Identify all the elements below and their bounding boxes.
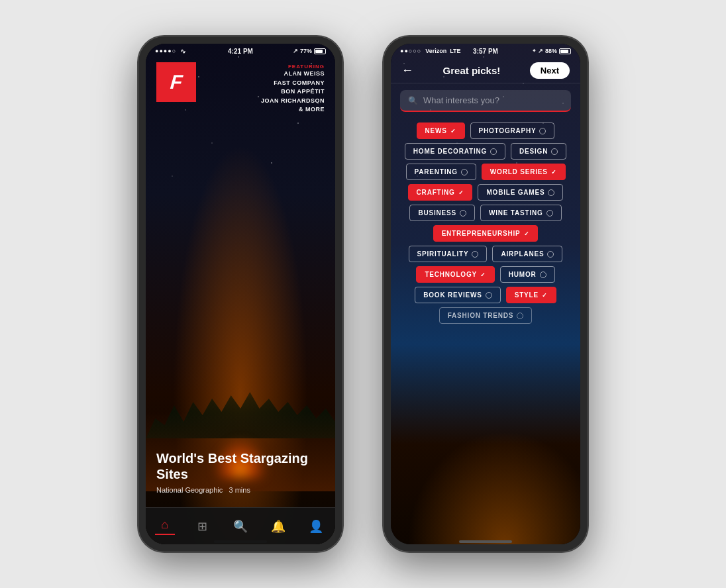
tag-fashion-trends-circle: [517, 313, 523, 319]
phone-2-screen: ●●○○○ Verizon LTE 3:57 PM ⌖ ↗ 88%: [391, 44, 580, 544]
tags-row-8: TECHNOLOGY ✓ HUMOR: [416, 266, 554, 283]
tag-crafting-label: CRAFTING: [417, 189, 455, 196]
location-icon: ⌖: [533, 48, 536, 54]
tag-design-circle: [551, 148, 558, 155]
tags-row-3: PARENTING WORLD SERIES ✓: [406, 164, 566, 180]
tag-mobile-games-label: MOBILE GAMES: [486, 189, 544, 196]
tag-airplanes-label: AIRPLANES: [501, 250, 544, 258]
tag-technology[interactable]: TECHNOLOGY ✓: [416, 266, 494, 283]
tag-business[interactable]: BUSINESS: [409, 205, 475, 221]
tag-style[interactable]: STYLE ✓: [506, 287, 556, 303]
tag-parenting-circle: [461, 169, 468, 175]
battery-icon: [314, 48, 326, 54]
bell-icon: 🔔: [271, 519, 285, 534]
tag-fashion-trends[interactable]: FASHION TRENDS: [439, 307, 533, 324]
tag-style-label: STYLE: [515, 291, 539, 299]
tags-row-9: BOOK REVIEWS STYLE ✓: [415, 287, 556, 303]
tag-airplanes[interactable]: AIRPLANES: [492, 246, 562, 262]
tags-row-10: FASHION TRENDS: [439, 307, 533, 324]
network-label: LTE: [450, 48, 460, 54]
tag-humor-circle: [540, 271, 546, 278]
tag-book-reviews[interactable]: BOOK REVIEWS: [415, 287, 501, 303]
article-meta: National Geographic 3 mins: [156, 486, 325, 494]
featuring-label: FEATURING: [261, 64, 325, 70]
tag-wine-tasting[interactable]: WINE TASTING: [480, 205, 562, 221]
tag-book-reviews-label: BOOK REVIEWS: [423, 291, 482, 299]
status-left-2: ●●○○○ Verizon LTE: [400, 48, 461, 54]
tags-row-7: SPIRITUALITY AIRPLANES: [409, 246, 563, 262]
tags-row-5: BUSINESS WINE TASTING: [409, 205, 561, 221]
search-icon-2: 🔍: [408, 96, 418, 105]
tag-business-circle: [460, 210, 466, 217]
bluetooth-icon-2: ↗: [538, 48, 543, 54]
tag-humor[interactable]: HUMOR: [500, 266, 555, 283]
status-right-2: ⌖ ↗ 88%: [533, 48, 571, 54]
tag-news-label: NEWS: [425, 127, 447, 134]
phone-1-screen: ●●●●○ ∿ 4:21 PM ↗ 77% F: [146, 44, 335, 544]
nav-active-indicator: [155, 534, 175, 535]
status-right: ↗ 77%: [293, 48, 326, 54]
tag-world-series[interactable]: WORLD SERIES ✓: [482, 164, 566, 180]
battery-icon-2: [559, 48, 571, 54]
tag-news[interactable]: NEWS ✓: [417, 122, 465, 139]
tag-photography-label: PHOTOGRAPHY: [479, 127, 537, 134]
grid-icon: ⊞: [197, 519, 207, 534]
search-placeholder: What interests you?: [423, 95, 499, 105]
tag-style-check: ✓: [542, 292, 548, 299]
article-title: World's Best Stargazing Sites: [156, 450, 325, 482]
status-bar: ●●●●○ ∿ 4:21 PM ↗ 77%: [146, 44, 335, 58]
nav-search[interactable]: 🔍: [221, 508, 259, 544]
tag-airplanes-circle: [547, 251, 554, 258]
tag-photography[interactable]: PHOTOGRAPHY: [470, 122, 555, 139]
tag-design-label: DESIGN: [519, 148, 548, 155]
tag-design[interactable]: DESIGN: [511, 143, 566, 160]
tag-news-check: ✓: [450, 128, 456, 134]
interests-header: ← Great picks! Next: [391, 58, 580, 83]
status-left: ●●●●○ ∿: [155, 48, 185, 55]
nav-profile[interactable]: 👤: [297, 508, 335, 544]
tag-entrepreneurship-label: ENTREPRENEURSHIP: [442, 230, 521, 237]
tag-entrepreneurship[interactable]: ENTREPRENEURSHIP ✓: [433, 225, 539, 242]
carrier-label: Verizon: [425, 48, 446, 54]
tags-area: NEWS ✓ PHOTOGRAPHY HOME DECORATING: [391, 119, 580, 328]
back-button[interactable]: ←: [401, 64, 413, 77]
tag-parenting-label: PARENTING: [415, 168, 458, 175]
tag-spirituality[interactable]: SPIRITUALITY: [409, 246, 488, 262]
signal-dots: ●●●●○: [155, 48, 176, 54]
tag-parenting[interactable]: PARENTING: [406, 164, 476, 180]
phone-1: ●●●●○ ∿ 4:21 PM ↗ 77% F: [138, 36, 343, 552]
signal-dots-2: ●●○○○: [400, 48, 421, 54]
tag-world-series-check: ✓: [551, 169, 557, 175]
search-bar[interactable]: 🔍 What interests you?: [400, 90, 571, 112]
tag-world-series-label: WORLD SERIES: [490, 168, 548, 175]
tags-row-2: HOME DECORATING DESIGN: [405, 143, 566, 160]
status-bar-2: ●●○○○ Verizon LTE 3:57 PM ⌖ ↗ 88%: [391, 44, 580, 58]
tag-home-decorating-label: HOME DECORATING: [413, 148, 487, 155]
page-title: Great picks!: [443, 65, 501, 76]
tag-mobile-games[interactable]: MOBILE GAMES: [478, 184, 563, 201]
tag-spirituality-circle: [472, 251, 478, 258]
next-button[interactable]: Next: [530, 62, 570, 79]
article-content: World's Best Stargazing Sites National G…: [146, 440, 335, 505]
status-time: 4:21 PM: [228, 48, 253, 55]
home-icon: ⌂: [161, 518, 168, 532]
tag-wine-tasting-circle: [546, 210, 553, 217]
tag-wine-tasting-label: WINE TASTING: [489, 209, 543, 217]
article-source: National Geographic: [156, 486, 223, 494]
featuring-block: FEATURING ALAN WEISSFAST COMPANYBON APPÉ…: [261, 64, 325, 115]
tag-home-decorating-circle: [490, 148, 497, 155]
tag-mobile-games-circle: [548, 189, 554, 196]
nav-home[interactable]: ⌂: [146, 508, 183, 544]
tags-row-1: NEWS ✓ PHOTOGRAPHY: [417, 122, 555, 139]
nav-grid[interactable]: ⊞: [183, 508, 221, 544]
nav-notifications[interactable]: 🔔: [260, 508, 297, 544]
profile-icon: 👤: [309, 519, 323, 534]
wifi-icon: ∿: [180, 48, 185, 55]
home-bar-2: [459, 540, 512, 543]
tag-home-decorating[interactable]: HOME DECORATING: [405, 143, 505, 160]
tag-business-label: BUSINESS: [418, 209, 456, 217]
tags-row-4: CRAFTING ✓ MOBILE GAMES: [408, 184, 564, 201]
tag-entrepreneurship-check: ✓: [524, 230, 530, 237]
status-time-2: 3:57 PM: [473, 48, 498, 55]
tag-crafting[interactable]: CRAFTING ✓: [408, 184, 473, 201]
